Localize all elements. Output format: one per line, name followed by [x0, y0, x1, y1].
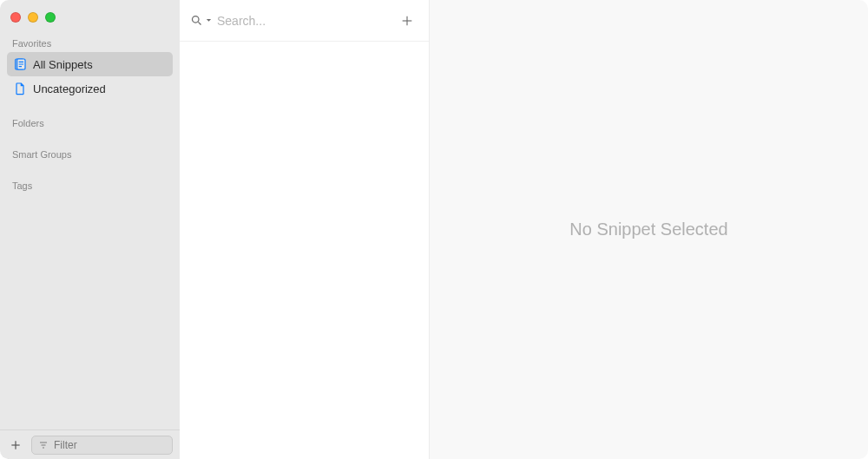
zoom-window-button[interactable]: [45, 12, 56, 23]
filter-placeholder: Filter: [54, 439, 77, 451]
sidebar-item-all-snippets[interactable]: All Snippets: [7, 52, 173, 76]
uncategorized-icon: [12, 81, 28, 96]
sidebar-item-label: Uncategorized: [33, 82, 106, 95]
sidebar: Favorites All Snippets: [0, 0, 180, 459]
empty-state-message: No Snippet Selected: [569, 220, 727, 239]
sidebar-item-label: All Snippets: [33, 58, 93, 71]
search-input[interactable]: [217, 14, 389, 28]
snippet-list-column: [180, 0, 430, 459]
new-snippet-button[interactable]: [396, 10, 418, 32]
section-label-folders: Folders: [0, 113, 180, 132]
chevron-down-icon: [205, 16, 213, 24]
all-snippets-icon: [12, 56, 28, 72]
minimize-window-button[interactable]: [28, 12, 38, 23]
sidebar-body: Favorites All Snippets: [0, 26, 180, 429]
section-label-smart-groups: Smart Groups: [0, 144, 180, 163]
add-button[interactable]: [7, 436, 24, 454]
window-titlebar: [0, 0, 180, 26]
search-icon: [190, 14, 213, 27]
svg-line-11: [198, 22, 201, 24]
sidebar-item-uncategorized[interactable]: Uncategorized: [7, 76, 173, 101]
search-field[interactable]: [190, 14, 389, 28]
section-label-favorites: Favorites: [0, 33, 180, 52]
filter-icon: [37, 439, 49, 451]
filter-field[interactable]: Filter: [31, 436, 173, 455]
snippet-list-toolbar: [180, 0, 429, 42]
snippet-detail-panel: No Snippet Selected: [430, 0, 868, 459]
sidebar-footer: Filter: [0, 429, 180, 459]
svg-point-10: [193, 16, 200, 23]
snippet-list-body: [180, 42, 429, 459]
section-label-tags: Tags: [0, 175, 180, 194]
app-window: Favorites All Snippets: [0, 0, 868, 459]
close-window-button[interactable]: [10, 12, 21, 23]
